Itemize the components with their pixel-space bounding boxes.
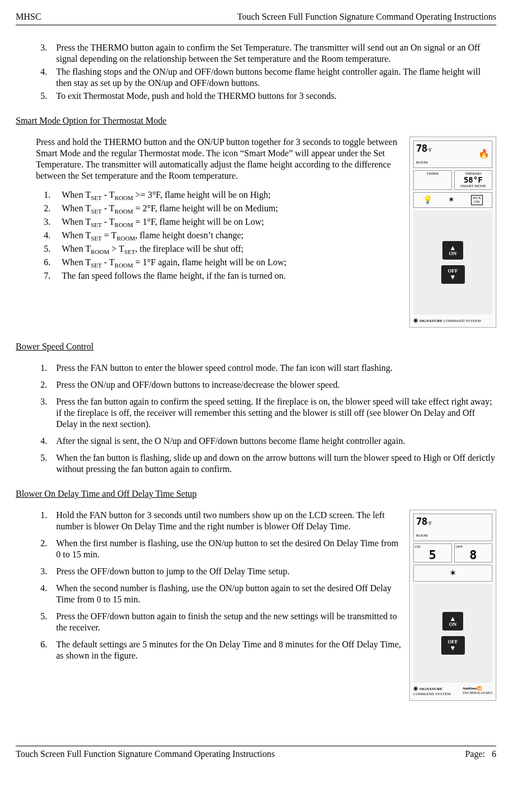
on-button[interactable]: ▲ ON [442, 612, 464, 630]
down-arrow-icon: ▼ [450, 274, 456, 280]
brand-signature: ◉SIGNATURE COMMAND SYSTEM [413, 685, 463, 697]
list-item: Press the ON/up and OFF/down buttons to … [49, 379, 496, 391]
list-item: Press the THERMO button again to confirm… [49, 42, 496, 65]
header-left: MHSC [16, 11, 41, 22]
power-icon: ◉ [413, 317, 418, 323]
lcd-top-row: 78°F ROOM 🔥 [413, 140, 492, 168]
brand-bar: ◉SIGNATURE COMMAND SYSTEM [413, 317, 492, 324]
list-item: When the fan button is flashing, slide u… [49, 452, 496, 475]
header-right: Touch Screen Full Function Signature Com… [237, 11, 496, 22]
up-arrow-icon: ▲ [450, 244, 456, 251]
brand-ambient: Ambient📶TECHNOLOGIES [463, 686, 492, 696]
footer-left: Touch Screen Full Function Signature Com… [16, 749, 275, 760]
remote-figure-smart-mode: 78°F ROOM 🔥 TIMER THERMO 58°F SMART MODE… [409, 137, 496, 328]
down-arrow-icon: ▼ [450, 645, 456, 651]
lcd-delay-row: ON 5 OFF 8 [413, 543, 492, 563]
list-item: Press the FAN button to enter the blower… [49, 362, 496, 374]
footer-right: Page: 6 [465, 749, 496, 760]
timer-box: TIMER [413, 170, 452, 190]
list-item: The flashing stops and the ON/up and OFF… [49, 66, 496, 89]
smart-mode-heading: Smart Mode Option for Thermostat Mode [16, 115, 496, 126]
fan-icon: ✶ [448, 195, 455, 205]
fan-icon: ✶ [449, 568, 456, 578]
delay-heading: Blower On Delay Time and Off Delay Time … [16, 488, 496, 500]
on-delay-box: ON 5 [413, 543, 452, 563]
page-header: MHSC Touch Screen Full Function Signatur… [16, 11, 496, 25]
thermo-continued-list: Press the THERMO button again to confirm… [16, 42, 496, 102]
blower-speed-list: Press the FAN button to enter the blower… [16, 362, 496, 475]
lcd-fan-row: ✶ [413, 565, 492, 582]
off-button[interactable]: OFF ▼ [441, 636, 465, 655]
wifi-icon: 📶 [477, 686, 482, 691]
button-area: ▲ ON OFF ▼ [413, 210, 492, 315]
lcd-mid-row: TIMER THERMO 58°F SMART MODE [413, 170, 492, 190]
page-number: 6 [492, 749, 496, 759]
off-delay-box: OFF 8 [454, 543, 493, 563]
power-icon: ◉ [413, 685, 418, 691]
lcd-top-row: 78°F ROOM [413, 514, 492, 541]
flame-icon: 🔥 [478, 148, 490, 160]
aux-icon: AUX ON [471, 195, 483, 205]
list-item: To exit Thermostat Mode, push and hold t… [49, 90, 496, 102]
blower-speed-heading: Bower Speed Control [16, 341, 496, 352]
thermo-box: THERMO 58°F SMART MODE [454, 170, 493, 190]
list-item: Press the fan button again to confirm th… [49, 396, 496, 430]
list-item: After the signal is sent, the O N/up and… [49, 436, 496, 447]
brand-bar: ◉SIGNATURE COMMAND SYSTEM Ambient📶TECHNO… [413, 685, 492, 697]
light-icon: 💡 [423, 195, 432, 205]
lcd-room-temp: 78°F ROOM [416, 515, 432, 539]
remote-figure-delay: 78°F ROOM ON 5 OFF 8 ✶ ▲ ON OFF ▼ ◉SIGNA… [409, 510, 496, 701]
brand-signature: ◉SIGNATURE COMMAND SYSTEM [413, 317, 481, 324]
lcd-room-temp: 78°F ROOM [416, 142, 432, 166]
lcd-icon-row: 💡 ✶ AUX ON [413, 192, 492, 208]
page-footer: Touch Screen Full Function Signature Com… [16, 746, 496, 760]
on-button[interactable]: ▲ ON [442, 241, 464, 260]
off-button[interactable]: OFF ▼ [441, 265, 465, 284]
button-area: ▲ ON OFF ▼ [413, 584, 492, 683]
